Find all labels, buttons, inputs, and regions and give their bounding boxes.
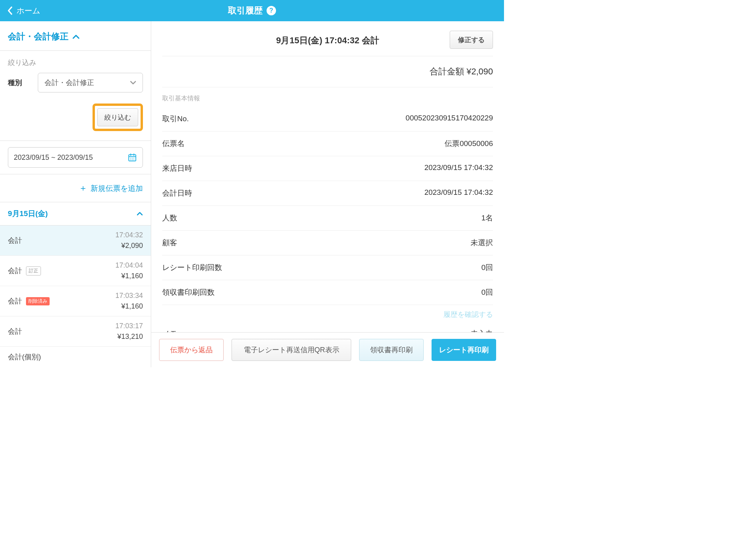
qr-button-label: 電子レシート再送信用QR表示: [244, 345, 339, 355]
memo-value: 未入力: [471, 329, 493, 332]
transaction-title: 会計: [8, 266, 22, 276]
transaction-item-partial[interactable]: 会計(個別): [0, 347, 151, 367]
transaction-title: 会計: [8, 296, 22, 306]
transaction-item[interactable]: 会計訂正17:04:04¥1,160: [0, 256, 151, 286]
page-title: 取引履歴: [228, 5, 263, 17]
detail-title: 9月15日(金) 17:04:32 会計: [276, 35, 379, 45]
info-label: 取引No.: [162, 114, 189, 124]
transaction-time: 17:04:32: [115, 231, 143, 239]
info-label: 人数: [162, 213, 177, 223]
info-label: 伝票名: [162, 139, 185, 149]
sidebar-header-label: 会計・会計修正: [8, 31, 69, 43]
action-bar: 伝票から返品 電子レシート再送信用QR表示 領収書再印刷 レシート再印刷: [151, 332, 504, 367]
corrected-badge: 訂正: [26, 266, 41, 276]
top-bar: ホーム 取引履歴 ?: [0, 0, 504, 21]
back-label: ホーム: [17, 6, 40, 16]
filter-type-value: 会計・会計修正: [44, 78, 94, 87]
chevron-up-icon: [137, 212, 143, 216]
history-link-label: 履歴を確認する: [443, 311, 493, 318]
history-link[interactable]: 履歴を確認する: [162, 305, 493, 322]
transaction-item[interactable]: 会計17:04:32¥2,090: [0, 226, 151, 256]
help-icon[interactable]: ?: [267, 6, 276, 15]
back-button[interactable]: ホーム: [0, 0, 47, 21]
info-value: 1名: [481, 213, 493, 223]
receipt-button-label: レシート再印刷: [439, 345, 489, 355]
info-value: 000520230915170420229: [406, 114, 493, 124]
info-value: 伝票00050006: [445, 139, 493, 149]
info-row: 伝票名伝票00050006: [162, 131, 493, 156]
info-row-memo: メモ 未入力: [162, 322, 493, 332]
transaction-amount: ¥13,210: [117, 333, 143, 340]
svg-point-5: [132, 159, 133, 160]
date-group-label: 9月15日(金): [8, 209, 48, 219]
filter-title: 絞り込み: [8, 58, 143, 67]
edit-button-label: 修正する: [458, 35, 485, 44]
add-slip-link[interactable]: ＋新規伝票を追加: [0, 174, 151, 202]
info-row: 領収書印刷回数0回: [162, 280, 493, 305]
deleted-badge: 削除済み: [26, 297, 50, 305]
transaction-amount: ¥1,160: [121, 272, 143, 280]
qr-resend-button[interactable]: 電子レシート再送信用QR表示: [232, 339, 351, 361]
info-value: 0回: [481, 263, 493, 273]
return-button-label: 伝票から返品: [170, 345, 213, 355]
info-value: 2023/09/15 17:04:32: [424, 188, 493, 198]
filter-submit-highlight: 絞り込む: [93, 104, 143, 131]
transaction-list: 9月15日(金) 会計17:04:32¥2,090会計訂正17:04:04¥1,…: [0, 202, 151, 367]
sidebar: 会計・会計修正 絞り込み 種別 会計・会計修正 絞り込む: [0, 21, 151, 367]
filter-submit-button[interactable]: 絞り込む: [97, 108, 138, 126]
filter-submit-label: 絞り込む: [104, 113, 131, 122]
calendar-icon: [128, 153, 137, 162]
date-range-picker[interactable]: 2023/09/15 ~ 2023/09/15: [8, 147, 143, 168]
memo-label: メモ: [162, 329, 177, 332]
info-value: 2023/09/15 17:04:32: [424, 163, 493, 174]
filter-type-label: 種別: [8, 78, 30, 87]
svg-point-3: [133, 158, 134, 159]
info-label: 会計日時: [162, 188, 192, 198]
info-row: 人数1名: [162, 206, 493, 231]
info-row: 取引No.000520230915170420229: [162, 107, 493, 131]
transaction-amount: ¥1,160: [121, 302, 143, 310]
total-label: 合計金額: [430, 67, 464, 76]
chevron-up-icon: [72, 34, 80, 39]
total-line: 合計金額 ¥2,090: [162, 56, 493, 87]
detail-header: 9月15日(金) 17:04:32 会計 修正する: [162, 21, 493, 56]
info-label: レシート印刷回数: [162, 263, 222, 273]
chevron-left-icon: [7, 6, 13, 15]
transaction-item[interactable]: 会計削除済み17:03:34¥1,160: [0, 286, 151, 316]
main-panel: 9月15日(金) 17:04:32 会計 修正する 合計金額 ¥2,090 取引…: [151, 21, 504, 367]
date-group-toggle[interactable]: 9月15日(金): [0, 202, 151, 226]
info-row: 会計日時2023/09/15 17:04:32: [162, 181, 493, 206]
svg-point-4: [130, 159, 131, 160]
chevron-down-icon: [130, 81, 136, 85]
transaction-title: 会計(個別): [8, 352, 41, 362]
filter-block: 絞り込み 種別 会計・会計修正 絞り込む 2023/09/15 ~ 2023/0…: [0, 51, 151, 174]
transaction-item[interactable]: 会計17:03:17¥13,210: [0, 316, 151, 347]
info-value: 未選択: [471, 238, 493, 248]
edit-button[interactable]: 修正する: [450, 31, 493, 49]
ryoshusho-button-label: 領収書再印刷: [370, 345, 413, 355]
transaction-title: 会計: [8, 236, 22, 245]
total-value: ¥2,090: [467, 67, 493, 76]
transaction-time: 17:03:34: [115, 292, 143, 300]
info-row: レシート印刷回数0回: [162, 255, 493, 280]
filter-type-select[interactable]: 会計・会計修正: [38, 73, 143, 92]
svg-point-2: [132, 158, 133, 159]
info-label: 顧客: [162, 238, 177, 248]
svg-point-6: [133, 159, 134, 160]
section-label: 取引基本情報: [162, 87, 493, 107]
info-label: 領収書印刷回数: [162, 287, 215, 298]
transaction-time: 17:03:17: [115, 322, 143, 330]
transaction-title: 会計: [8, 327, 22, 336]
page-title-wrap: 取引履歴 ?: [228, 5, 276, 17]
transaction-amount: ¥2,090: [121, 242, 143, 250]
date-range-value: 2023/09/15 ~ 2023/09/15: [14, 153, 93, 162]
ryoshusho-reprint-button[interactable]: 領収書再印刷: [359, 339, 424, 361]
info-row: 顧客未選択: [162, 231, 493, 255]
svg-point-1: [130, 158, 131, 159]
sidebar-section-toggle[interactable]: 会計・会計修正: [0, 21, 151, 51]
receipt-reprint-button[interactable]: レシート再印刷: [432, 339, 496, 361]
info-value: 0回: [481, 287, 493, 298]
info-row: 来店日時2023/09/15 17:04:32: [162, 156, 493, 181]
return-from-slip-button[interactable]: 伝票から返品: [159, 339, 224, 361]
transaction-time: 17:04:04: [115, 261, 143, 270]
